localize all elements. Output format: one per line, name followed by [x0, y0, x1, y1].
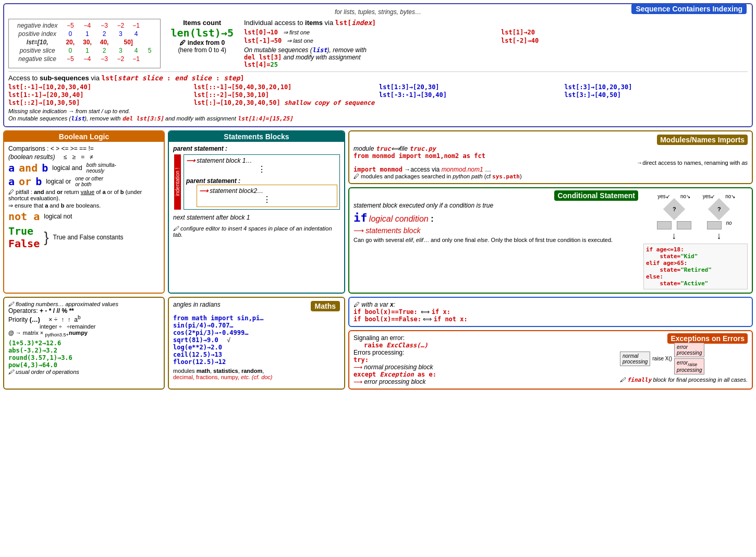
- stmt-arrow1: ⟶ statement block 1…: [186, 157, 337, 164]
- slice-item: lst[1:-1]→[20,30,40]: [8, 91, 192, 99]
- right-access: Individual access to items via lst[index…: [244, 19, 748, 68]
- mutable-note: On mutable sequences (list), remove with: [244, 46, 748, 54]
- index-from: 🖊 index from 0: [171, 39, 234, 46]
- direct-note: →direct access to names, renaming with a…: [353, 160, 748, 166]
- sub-seq-title: Access to sub-sequences via lst[start sl…: [8, 74, 748, 82]
- slice-item: lst[:3]→[10,20,30]: [565, 83, 748, 91]
- if-line: if logical condition :: [353, 211, 638, 224]
- indentation-label: indentation !: [174, 154, 181, 210]
- exceptions-box: Signaling an error: raise ExcClass(…) Er…: [348, 330, 753, 390]
- ex1: (1+5.3)*2→12.6: [8, 340, 160, 347]
- del-note: del lst[3] and modify with assignment: [244, 54, 748, 61]
- mutable-seq-note: On mutable sequences (list), remove with…: [8, 115, 748, 122]
- ex4: pow(4,3)→64.0: [8, 361, 160, 369]
- boolean-box: Boolean Logic Comparisons : < > <= >= ==…: [3, 130, 165, 294]
- conditional-title: Conditional Statement: [554, 191, 638, 200]
- slice-item: lst[-3:-1]→[30,40]: [379, 91, 563, 99]
- flow-rect3: [707, 221, 722, 229]
- diamond1: ?: [663, 198, 685, 220]
- access-item: lst[-1]→50 ⇒ last one: [244, 37, 491, 44]
- not-line: not a logical not: [8, 210, 160, 223]
- maths-title: Maths: [311, 301, 340, 311]
- comparisons: Comparisons : < > <= >= == !=: [8, 145, 160, 152]
- configure-note: 🖊 configure editor to insert 4 spaces in…: [173, 225, 340, 238]
- slice-item: lst[::-1]→[50,40,30,20,10]: [194, 83, 377, 91]
- slice-item: lst[::2]→[10,30,50]: [8, 99, 192, 106]
- cond-code: if age<=18: state="Kid" elif age>65: sta…: [643, 244, 748, 289]
- sub-sequence-section: Access to sub-sequences via lst[start sl…: [8, 71, 748, 122]
- diamond2: ?: [708, 198, 730, 220]
- flowchart2: yes↙no↘ ? no ↓: [703, 193, 736, 241]
- exceptions-right: 🖊 with a var x: if bool(x)==True: ⟺ if x…: [348, 297, 753, 390]
- stmt-block1: ⟶ statement block 1… ⋮ parent statement …: [184, 154, 340, 210]
- maths-code: from math import sin,pi… sin(pi/4)→0.707…: [173, 314, 340, 366]
- int-note: integer ÷ ÷remainder: [8, 323, 160, 330]
- angles-note: angles in radians: [173, 301, 221, 308]
- raise: raise ExcClass(…): [353, 342, 436, 349]
- access-item: lst[0]→10 ⇒ first one: [244, 29, 491, 36]
- indent-wrapper: indentation ! ⟶ statement block 1… ⋮ par…: [184, 154, 340, 210]
- exception-flow: normalprocessing raise X() errorprocessi…: [620, 343, 748, 374]
- import-line: import monmod →access via monmod.nom1 …: [353, 166, 748, 173]
- access-item: lst[1]→20: [501, 29, 748, 36]
- pos-slice-label: positive slice: [13, 46, 62, 55]
- if-bool-true: if bool(x)==True: ⟺ if x:: [353, 308, 748, 316]
- main-container: Sequence Containers Indexing for lists, …: [0, 0, 756, 393]
- slice-item: [565, 99, 748, 106]
- stmt-dots1: ⋮: [186, 164, 337, 174]
- flow-rect1: [657, 221, 672, 229]
- stmt-block2: ⟶ statement block2… ⋮: [197, 185, 337, 207]
- cond-left: Conditional Statement statement block ex…: [353, 191, 638, 289]
- maths-left-box: 🖊 floating numbers… approximated values …: [3, 297, 165, 390]
- cond-desc: statement block executed only if a condi…: [353, 202, 638, 209]
- float-note: 🖊 floating numbers… approximated values: [8, 301, 160, 307]
- modules-box: Modules/Names Imports module truc⟺file t…: [348, 130, 753, 184]
- errors-proc: Errors processing:: [353, 349, 436, 356]
- comparisons2: (boolean results) ≤ ≥ = ≠: [8, 153, 160, 161]
- stmt-arrow2: ⟶ statement block2…: [199, 187, 335, 195]
- assign-note: lst[4]=25: [244, 61, 748, 68]
- from-line: from monmod import nom1,nom2 as fct: [353, 152, 748, 160]
- neg-slice-label: negative slice: [13, 55, 62, 63]
- flow-rect2: [677, 221, 691, 229]
- slice-item: lst[3:]→[40,50]: [565, 91, 748, 99]
- modules-note2: decimal, fractions, numpy, etc. (cf. doc…: [173, 374, 340, 380]
- index-note: (here from 0 to 4): [171, 46, 234, 54]
- right-col: Modules/Names Imports module truc⟺file t…: [348, 130, 753, 294]
- neg-index-label: negative index: [13, 21, 62, 30]
- usual-note: 🖊 usual order of operations: [8, 369, 160, 375]
- sequence-title: Sequence Containers Indexing: [631, 4, 747, 14]
- flowchart1: yes↙no↘ ? ↓: [656, 193, 692, 241]
- finally-note: 🖊 finally block for final processing in …: [620, 377, 748, 383]
- pitfall: 🖊 pitfall : and and or return value of a…: [8, 189, 160, 201]
- slice-item: lst[:]→[10,20,30,40,50] shallow copy of …: [194, 99, 377, 106]
- access-grid: lst[0]→10 ⇒ first one lst[1]→20 lst[-1]→…: [244, 29, 748, 44]
- ex2: abs(-3.2)→3.2: [8, 347, 160, 354]
- slice-item: lst[1:3]→[20,30]: [379, 83, 563, 91]
- index-table: negative index −5 −4 −3 −2 −1 positive i…: [13, 21, 156, 63]
- sequence-section: Sequence Containers Indexing for lists, …: [3, 3, 753, 127]
- next-stmt: next statement after block 1: [173, 214, 340, 221]
- and-line: a and b logical and both simulta-neously: [8, 162, 160, 174]
- conditional-box: Conditional Statement statement block ex…: [348, 187, 753, 294]
- var-note-box: 🖊 with a var x: if bool(x)==True: ⟺ if x…: [348, 297, 753, 327]
- missing-slice: Missing slice indication → from start / …: [8, 108, 748, 114]
- cond-right: yes↙no↘ ? ↓: [643, 191, 748, 289]
- slice-item: lst[::-2]→[50,30,10]: [194, 91, 377, 99]
- modules-title: Modules/Names Imports: [657, 135, 748, 145]
- index-table-container: negative index −5 −4 −3 −2 −1 positive i…: [8, 19, 161, 68]
- flowchart-diagrams: yes↙no↘ ? ↓: [643, 193, 748, 241]
- bottom-row: 🖊 floating numbers… approximated values …: [3, 297, 753, 390]
- items-count-title: Items count: [171, 19, 234, 27]
- slice-grid: lst[:-1]→[10,20,30,40] lst[::-1]→[50,40,…: [8, 83, 748, 106]
- slice-item: lst[:-1]→[10,20,30,40]: [8, 83, 192, 91]
- true-false-block: True False } True and False constants: [8, 225, 160, 250]
- boolean-title: Boolean Logic: [4, 131, 164, 142]
- elif-note: Can go with several elif, elif… and only…: [353, 237, 638, 243]
- module-note: module truc⟺file truc.py: [353, 145, 748, 152]
- error-block: ⟶ error processing block: [353, 378, 436, 385]
- middle-row: Boolean Logic Comparisons : < > <= >= ==…: [3, 130, 753, 294]
- signaling: Signaling an error:: [353, 334, 436, 342]
- arrow-stmt: ⟶ statements block: [353, 226, 638, 235]
- normal-block: ⟶ normal procesising block: [353, 364, 436, 371]
